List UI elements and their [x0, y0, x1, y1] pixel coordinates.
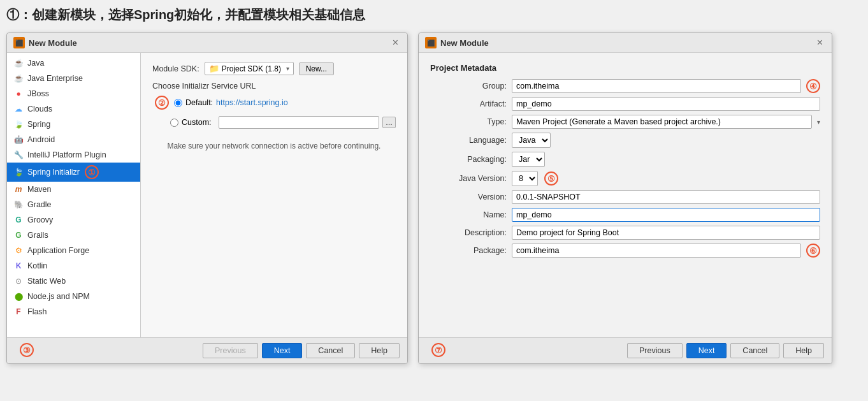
maven-icon: m — [13, 184, 24, 194]
sidebar-item-label: IntelliJ Platform Plugin — [27, 150, 106, 159]
dialog1-icon: ⬛ — [13, 37, 25, 48]
clouds-icon: ☁ — [13, 104, 24, 114]
section-title: Project Metadata — [430, 63, 820, 73]
java-version-label: Java Version: — [430, 174, 507, 183]
version-input[interactable] — [512, 190, 820, 204]
dialogs-container: ⬛ New Module × ☕ Java ☕ Java Enterprise … — [6, 33, 862, 364]
sidebar-item-label: Clouds — [27, 105, 52, 113]
sdk-value: Project SDK (1.8) — [222, 64, 281, 73]
artifact-label: Artifact: — [430, 99, 507, 108]
artifact-input[interactable] — [512, 97, 820, 111]
sidebar-item-spring-initializr[interactable]: 🍃 Spring Initializr ① — [7, 163, 140, 182]
sdk-new-button[interactable]: New... — [299, 62, 334, 75]
sidebar-item-label: Gradle — [27, 200, 52, 209]
description-label: Description: — [430, 228, 507, 237]
sidebar-item-gradle[interactable]: 🐘 Gradle — [7, 197, 140, 212]
sidebar-item-clouds[interactable]: ☁ Clouds — [7, 101, 140, 117]
sidebar-item-label: Spring — [27, 120, 50, 129]
sidebar-item-java[interactable]: ☕ Java — [7, 55, 140, 71]
dialog2-close-button[interactable]: × — [814, 37, 825, 48]
dialog1-right-panel: Module SDK: 📁 Project SDK (1.8) ▾ New...… — [141, 53, 407, 337]
version-label: Version: — [430, 193, 507, 201]
dialog1-help-button[interactable]: Help — [359, 343, 400, 358]
dialog1-next-button[interactable]: Next — [262, 343, 303, 358]
dialog2-help-button[interactable]: Help — [783, 343, 824, 358]
sidebar-item-label: Flash — [27, 307, 47, 316]
language-select[interactable]: Java — [512, 133, 551, 148]
nodejs-icon: ⬤ — [13, 291, 24, 302]
package-row: ⑥ — [512, 244, 820, 258]
type-input[interactable] — [512, 115, 812, 129]
sidebar-item-jboss[interactable]: ● JBoss — [7, 86, 140, 101]
dialog2-previous-button[interactable]: Previous — [627, 343, 683, 358]
dialog2-footer: ⑦ Previous Next Cancel Help — [419, 337, 832, 363]
dialog1-titlebar: ⬛ New Module × — [7, 33, 407, 53]
java-version-select[interactable]: 8 — [512, 171, 538, 186]
packaging-row: Jar — [512, 152, 820, 167]
dialog1-previous-button[interactable]: Previous — [203, 343, 258, 358]
custom-url-input[interactable] — [219, 116, 379, 129]
new-module-dialog-2: ⬛ New Module × Project Metadata Group: ④… — [418, 33, 832, 364]
sidebar-item-label: Static Web — [27, 277, 66, 286]
sidebar-item-static-web[interactable]: ⊙ Static Web — [7, 273, 140, 289]
network-notice: Make sure your network connection is act… — [152, 142, 396, 150]
default-radio[interactable] — [174, 99, 182, 107]
sidebar-item-kotlin[interactable]: K Kotlin — [7, 258, 140, 273]
sidebar-item-label: Spring Initializr — [27, 168, 80, 177]
dialog1-close-button[interactable]: × — [390, 37, 401, 48]
custom-radio[interactable] — [170, 119, 178, 127]
packaging-select[interactable]: Jar — [512, 152, 545, 167]
packaging-label: Packaging: — [430, 155, 507, 164]
custom-browse-button[interactable]: … — [382, 117, 396, 128]
sidebar-item-application-forge[interactable]: ⚙ Application Forge — [7, 243, 140, 258]
sdk-select[interactable]: 📁 Project SDK (1.8) ▾ — [205, 62, 294, 75]
sdk-folder-icon: 📁 — [209, 64, 219, 73]
package-label: Package: — [430, 246, 507, 255]
sidebar-item-grails[interactable]: G Grails — [7, 228, 140, 243]
dialog1-sidebar: ☕ Java ☕ Java Enterprise ● JBoss ☁ Cloud… — [7, 53, 141, 337]
annotation-3: ③ — [20, 343, 34, 357]
annotation-2: ② — [155, 96, 169, 110]
dialog2-titlebar: ⬛ New Module × — [419, 33, 832, 53]
sidebar-item-label: Android — [27, 135, 55, 144]
sidebar-item-java-enterprise[interactable]: ☕ Java Enterprise — [7, 71, 140, 86]
static-web-icon: ⊙ — [13, 276, 24, 286]
name-input[interactable] — [512, 208, 820, 222]
sidebar-item-nodejs[interactable]: ⬤ Node.js and NPM — [7, 289, 140, 304]
dialog2-next-button[interactable]: Next — [686, 343, 727, 358]
annotation-4: ④ — [806, 79, 820, 93]
java-icon: ☕ — [13, 58, 24, 68]
sidebar-item-groovy[interactable]: G Groovy — [7, 212, 140, 228]
description-input[interactable] — [512, 226, 820, 240]
new-module-dialog-1: ⬛ New Module × ☕ Java ☕ Java Enterprise … — [6, 33, 408, 364]
group-label: Group: — [430, 82, 507, 91]
dialog1-footer: ③ Previous Next Cancel Help — [7, 337, 407, 363]
dialog1-cancel-button[interactable]: Cancel — [306, 343, 355, 358]
kotlin-icon: K — [13, 261, 24, 271]
sidebar-item-intellij-platform[interactable]: 🔧 IntelliJ Platform Plugin — [7, 147, 140, 163]
sdk-label: Module SDK: — [152, 64, 199, 73]
sidebar-item-label: Maven — [27, 185, 52, 194]
sidebar-item-maven[interactable]: m Maven — [7, 182, 140, 197]
group-input[interactable] — [512, 79, 801, 93]
sdk-chevron-icon: ▾ — [286, 65, 289, 72]
default-radio-option[interactable]: Default: https://start.spring.io — [174, 98, 288, 107]
language-row: Java — [512, 133, 820, 148]
type-row: ▾ — [512, 115, 820, 129]
dialog1-body: ☕ Java ☕ Java Enterprise ● JBoss ☁ Cloud… — [7, 53, 407, 337]
type-label: Type: — [430, 117, 507, 126]
default-label: Default: — [185, 98, 213, 107]
sidebar-item-android[interactable]: 🤖 Android — [7, 132, 140, 147]
sidebar-item-label: Java — [27, 59, 44, 68]
dialog2-cancel-button[interactable]: Cancel — [730, 343, 779, 358]
sidebar-item-flash[interactable]: F Flash — [7, 304, 140, 319]
metadata-form: Group: ④ Artifact: Type: ▾ Language: — [430, 79, 820, 258]
gradle-icon: 🐘 — [13, 200, 24, 210]
default-url-link[interactable]: https://start.spring.io — [216, 98, 288, 107]
sidebar-item-spring[interactable]: 🍃 Spring — [7, 117, 140, 132]
package-input[interactable] — [512, 244, 801, 258]
sidebar-item-label: Kotlin — [27, 261, 47, 270]
sidebar-item-label: Grails — [27, 231, 48, 240]
page-title: ①：创建新模块，选择Spring初始化，并配置模块相关基础信息 — [6, 6, 862, 24]
service-url-label: Choose Initializr Service URL — [152, 82, 396, 91]
